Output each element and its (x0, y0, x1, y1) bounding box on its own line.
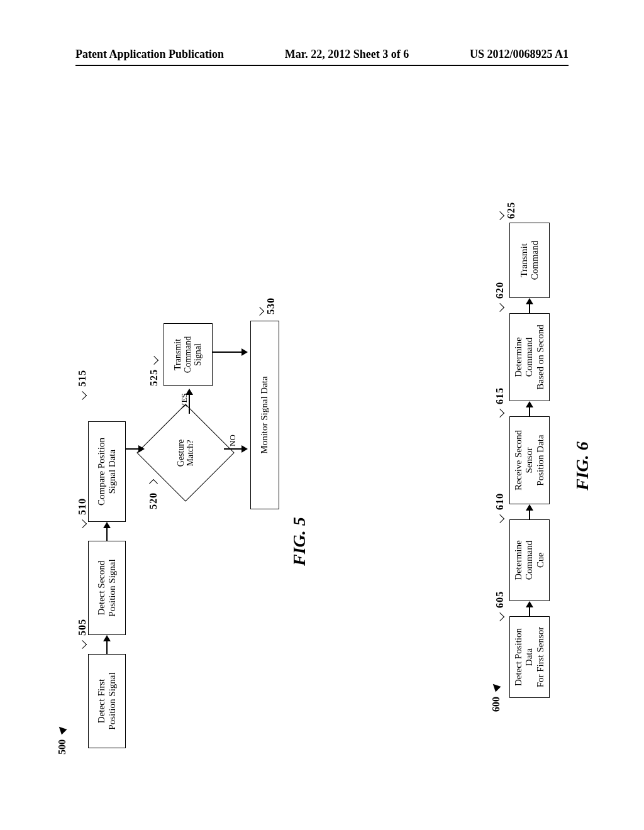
connector (186, 389, 193, 414)
step-505: Detect First Position Signal (88, 654, 126, 748)
arrow-icon (186, 389, 193, 395)
ref-530-text: 530 (265, 297, 276, 314)
step-625: Transmit Command (509, 223, 550, 298)
leader-icon (496, 303, 504, 312)
step-515: Compare Position Signal Data (88, 421, 126, 522)
fig5-flowchart: 500 Detect First Position Signal Detect … (75, 308, 314, 748)
leader-icon (255, 307, 264, 316)
step-525: Transmit Command Signal (164, 323, 213, 386)
page-header: Patent Application Publication Mar. 22, … (75, 48, 569, 66)
leader-icon (78, 640, 87, 649)
arrow-icon (491, 682, 501, 692)
ref-610: 610 (494, 493, 506, 522)
ref-525: 525 (148, 357, 160, 386)
leader-icon (496, 211, 504, 220)
leader-icon (78, 391, 87, 400)
arrow-icon (526, 298, 533, 313)
ref-605: 605 (494, 591, 506, 620)
ref-505: 505 (77, 619, 88, 648)
ref-515-text: 515 (77, 370, 87, 387)
ref-615: 615 (494, 387, 506, 416)
step-530: Monitor Signal Data (250, 321, 279, 509)
connector (224, 445, 248, 453)
decision-520-text: Gesture Match? (176, 439, 195, 467)
step-605-text: Detect Position Data For First Sensor (513, 622, 546, 692)
leader-icon (496, 409, 504, 418)
step-625-text: Transmit Command (519, 228, 541, 292)
ref-605-text: 605 (494, 591, 505, 608)
step-510: Detect Second Position Signal (88, 541, 126, 635)
arrow-icon (526, 401, 533, 416)
step-615-text: Receive Second Sensor Position Data (513, 422, 546, 499)
ref-620-text: 620 (494, 282, 505, 299)
ref-520: 520 (148, 480, 159, 509)
step-610-text: Determine Command Cue (513, 525, 546, 595)
arrow-icon (242, 348, 248, 356)
step-615: Receive Second Sensor Position Data (509, 416, 550, 504)
fig5-id-text: 500 (57, 739, 67, 755)
fig5-id: 500 (57, 726, 68, 755)
header-center: Mar. 22, 2012 Sheet 3 of 6 (285, 48, 409, 61)
step-620-text: Determine Command Based on Second (513, 319, 546, 396)
ref-510: 510 (77, 498, 88, 527)
header-left: Patent Application Publication (75, 48, 224, 61)
arrow-icon (526, 504, 533, 519)
leader-icon (496, 514, 504, 523)
connector (213, 348, 248, 356)
step-505-text: Detect First Position Signal (96, 672, 118, 729)
step-510-text: Detect Second Position Signal (96, 559, 118, 616)
ref-620: 620 (494, 282, 506, 311)
step-530-text: Monitor Signal Data (259, 376, 270, 453)
arrow-icon (103, 635, 111, 654)
ref-625: 625 (494, 202, 517, 219)
diagram-area: 500 Detect First Position Signal Detect … (0, 113, 644, 742)
ref-525-text: 525 (148, 369, 159, 386)
step-610: Determine Command Cue (509, 519, 550, 601)
ref-615-text: 615 (494, 387, 505, 404)
arrow-icon (103, 522, 111, 541)
fig6-id-text: 600 (491, 697, 501, 712)
fig6-label: FIG. 6 (572, 441, 592, 490)
leader-icon (149, 479, 158, 488)
ref-505-text: 505 (77, 619, 87, 636)
step-620: Determine Command Based on Second (509, 313, 550, 401)
fig6-id: 600 (491, 683, 502, 712)
ref-510-text: 510 (77, 498, 87, 515)
arrow-icon (526, 601, 533, 616)
leader-icon (496, 612, 504, 621)
ref-515: 515 (77, 370, 88, 399)
arrow-icon (57, 724, 67, 735)
leader-icon (150, 356, 158, 365)
header-right: US 2012/0068925 A1 (470, 48, 569, 61)
arrow-icon (242, 445, 248, 453)
ref-610-text: 610 (494, 493, 505, 510)
step-515-text: Compare Position Signal Data (96, 438, 118, 506)
leader-icon (78, 519, 87, 528)
ref-625-text: 625 (506, 202, 516, 219)
fig6-flowchart: 600 Detect Position Data For First Senso… (453, 220, 629, 698)
step-525-text: Transmit Command Signal (173, 336, 203, 373)
connector (126, 448, 138, 450)
step-605: Detect Position Data For First Sensor (509, 616, 550, 698)
ref-530: 530 (254, 297, 277, 314)
fig5-label: FIG. 5 (289, 517, 309, 566)
ref-520-text: 520 (148, 492, 158, 509)
